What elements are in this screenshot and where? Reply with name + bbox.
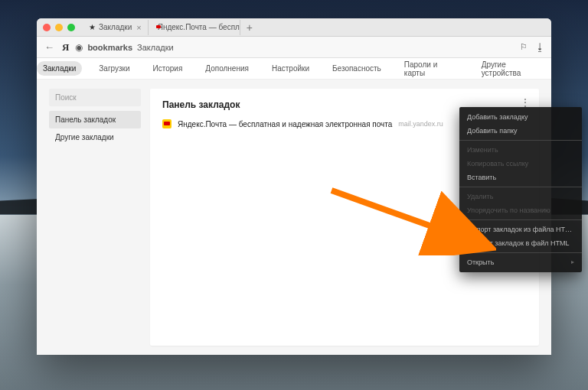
ctx-add-folder[interactable]: Добавить папку <box>459 124 582 138</box>
bookmark-title: Яндекс.Почта — бесплатная и надежная эле… <box>178 120 392 128</box>
search-input[interactable]: Поиск <box>49 89 141 106</box>
ctx-separator <box>459 140 582 141</box>
tab-bookmarks[interactable]: ★ Закладки × <box>83 20 149 35</box>
ctx-separator <box>459 252 582 253</box>
close-window-button[interactable] <box>43 24 51 31</box>
bookmark-url: mail.yandex.ru <box>398 120 443 128</box>
sidebar-item-other-bookmarks[interactable]: Другие закладки <box>49 128 141 146</box>
settings-subnav: Закладки Загрузки История Дополнения Нас… <box>37 58 551 80</box>
subnav-addons[interactable]: Дополнения <box>199 61 255 76</box>
maximize-window-button[interactable] <box>67 24 75 31</box>
feedback-icon[interactable]: ⚐ <box>520 42 528 52</box>
ctx-open[interactable]: Открыть <box>459 255 582 269</box>
subnav-bookmarks[interactable]: Закладки <box>37 61 82 76</box>
ctx-export-html[interactable]: Экспорт закладок в файл HTML <box>459 236 582 250</box>
sidebar: Поиск Панель закладок Другие закладки <box>49 89 141 346</box>
ctx-separator <box>459 187 582 187</box>
ctx-separator <box>459 219 582 220</box>
downloads-icon[interactable]: ⭳ <box>535 41 545 53</box>
subnav-downloads[interactable]: Загрузки <box>93 61 136 76</box>
ctx-import-html[interactable]: Импорт закладок из файла HTML <box>459 223 582 236</box>
globe-icon: ◉ <box>75 42 83 53</box>
sidebar-item-bookmarks-bar[interactable]: Панель закладок <box>49 111 141 128</box>
context-menu: Добавить закладку Добавить папку Изменит… <box>459 107 582 272</box>
ctx-edit: Изменить <box>459 143 582 157</box>
yandex-logo-icon[interactable]: Я <box>62 41 69 54</box>
subnav-devices[interactable]: Другие устройства <box>475 57 551 80</box>
close-tab-icon[interactable]: × <box>136 23 141 32</box>
back-button[interactable]: ← <box>43 41 56 53</box>
star-icon: ★ <box>89 23 96 31</box>
tab-yandex-mail[interactable]: Яндекс.Почта — беспл... <box>149 20 240 35</box>
browser-window: ★ Закладки × Яндекс.Почта — беспл... + ←… <box>37 18 551 355</box>
subnav-security[interactable]: Безопасность <box>326 61 387 76</box>
address-bar: ← Я ◉ bookmarks Закладки ⚐ ⭳ <box>37 37 551 58</box>
ctx-paste[interactable]: Вставить <box>459 171 582 184</box>
yandex-mail-favicon <box>162 119 172 128</box>
ctx-copy-link: Копировать ссылку <box>459 157 582 171</box>
tab-label: Яндекс.Почта — беспл... <box>158 23 240 31</box>
address-path: Закладки <box>137 43 174 52</box>
tab-label: Закладки <box>99 23 132 31</box>
address-field[interactable]: ◉ bookmarks Закладки <box>75 42 514 53</box>
ctx-sort-by-name: Упорядочить по названию <box>459 203 582 217</box>
titlebar: ★ Закладки × Яндекс.Почта — беспл... + <box>37 18 551 37</box>
new-tab-button[interactable]: + <box>240 21 259 34</box>
minimize-window-button[interactable] <box>55 24 63 31</box>
address-host: bookmarks <box>87 43 132 52</box>
subnav-settings[interactable]: Настройки <box>266 61 315 76</box>
window-controls <box>43 24 75 31</box>
ctx-add-bookmark[interactable]: Добавить закладку <box>459 110 582 124</box>
subnav-history[interactable]: История <box>147 61 189 76</box>
subnav-passwords[interactable]: Пароли и карты <box>398 57 465 80</box>
ctx-delete: Удалить <box>459 190 582 203</box>
